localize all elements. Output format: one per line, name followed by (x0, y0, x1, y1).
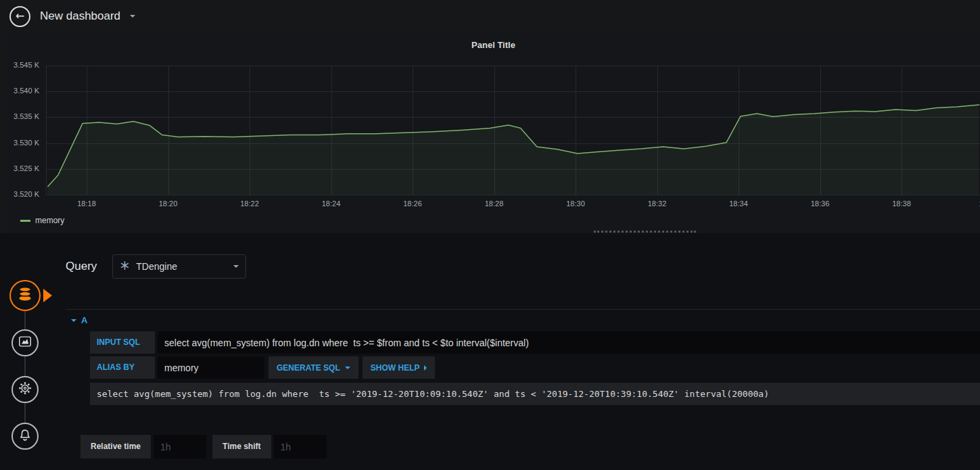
graph-icon (18, 334, 32, 352)
x-axis-tick-label: 18:38 (881, 199, 922, 208)
legend-color-swatch[interactable] (20, 220, 30, 222)
query-options-row: Relative time Time shift (66, 435, 980, 459)
grafana-app: ← New dashboard Panel Title 3.545 K3.540… (0, 0, 980, 470)
tab-general[interactable] (11, 376, 39, 403)
input-sql-field[interactable] (158, 331, 980, 354)
x-axis-tick-label: 18:36 (800, 199, 841, 208)
query-row-header[interactable]: A (66, 310, 980, 331)
y-axis-tick-label: 3.525 K (7, 164, 39, 172)
dashboard-header: ← New dashboard (0, 0, 980, 32)
caret-down-icon (345, 367, 350, 369)
chevron-down-icon[interactable] (130, 15, 135, 18)
active-tab-arrow-icon (43, 289, 52, 302)
graph-panel: Panel Title 3.545 K3.540 K3.535 K3.530 K… (7, 32, 980, 233)
y-axis-tick-label: 3.520 K (7, 190, 39, 198)
memory-series-area (48, 105, 979, 195)
x-axis-tick-label: 18:24 (311, 199, 352, 208)
y-axis-tick-label: 3.535 K (7, 112, 39, 120)
alias-by-field[interactable] (158, 356, 264, 379)
relative-time-label: Relative time (80, 435, 151, 459)
query-section-header: Query TDengine (66, 254, 980, 279)
x-axis-tick-label: 18:34 (718, 199, 759, 208)
query-section-title: Query (66, 260, 97, 273)
collapse-caret-icon (71, 319, 76, 322)
query-editor-content: Query TDengine A (51, 233, 980, 470)
x-axis-tick-label: 18 (963, 199, 980, 208)
legend: memory (20, 216, 64, 225)
x-axis-tick-label: 18:30 (555, 199, 596, 208)
input-sql-row: INPUT SQL (90, 331, 980, 354)
y-axis-tick-label: 3.530 K (7, 139, 39, 147)
x-axis-tick-label: 18:22 (229, 199, 270, 208)
gear-icon (18, 381, 32, 398)
tab-connector (24, 296, 26, 436)
relative-time-field[interactable] (154, 435, 206, 459)
generate-sql-label: GENERATE SQL (277, 363, 340, 373)
time-shift-field[interactable] (274, 435, 327, 459)
database-icon (17, 286, 33, 305)
time-series-plot[interactable]: 3.545 K3.540 K3.535 K3.530 K3.525 K3.520… (7, 32, 980, 233)
tab-queries[interactable] (9, 280, 41, 311)
show-help-label: SHOW HELP (371, 363, 420, 373)
query-row: A INPUT SQL ALIAS BY GENERATE SQL (66, 309, 980, 405)
input-sql-label: INPUT SQL (90, 331, 155, 354)
alias-by-row: ALIAS BY GENERATE SQL SHOW HELP (90, 356, 980, 379)
time-shift-label: Time shift (212, 435, 271, 459)
tab-alert[interactable] (11, 423, 39, 450)
x-axis-tick-label: 18:32 (637, 199, 678, 208)
show-help-button[interactable]: SHOW HELP (363, 356, 436, 379)
tab-visualization[interactable] (11, 329, 39, 356)
query-ref-id: A (81, 315, 87, 325)
panel-editor-tabs (0, 233, 51, 470)
tdengine-logo-icon (120, 260, 130, 273)
datasource-picker[interactable]: TDengine (112, 254, 246, 279)
bell-icon (18, 427, 32, 445)
y-axis-tick-label: 3.545 K (7, 61, 39, 69)
generated-sql-preview: select avg(mem_system) from log.dn where… (90, 383, 980, 405)
x-axis-tick-label: 18:28 (474, 199, 515, 208)
back-button[interactable]: ← (9, 6, 30, 27)
caret-right-icon (424, 365, 427, 371)
arrow-left-icon: ← (16, 11, 24, 22)
x-axis-tick-label: 18:26 (392, 199, 433, 208)
datasource-name: TDengine (136, 261, 227, 272)
dashboard-title[interactable]: New dashboard (40, 9, 120, 23)
chevron-down-icon (233, 265, 239, 268)
alias-by-label: ALIAS BY (90, 356, 155, 379)
panel-resize-handle[interactable] (594, 231, 696, 233)
legend-series-label[interactable]: memory (35, 216, 64, 225)
x-axis-tick-label: 18:20 (148, 199, 189, 208)
query-form: INPUT SQL ALIAS BY GENERATE SQL SHOW HEL… (90, 331, 980, 405)
generate-sql-button[interactable]: GENERATE SQL (269, 356, 358, 379)
x-axis-tick-label: 18:18 (66, 199, 107, 208)
y-axis-tick-label: 3.540 K (7, 87, 39, 95)
panel-editor: Query TDengine A (0, 233, 980, 470)
